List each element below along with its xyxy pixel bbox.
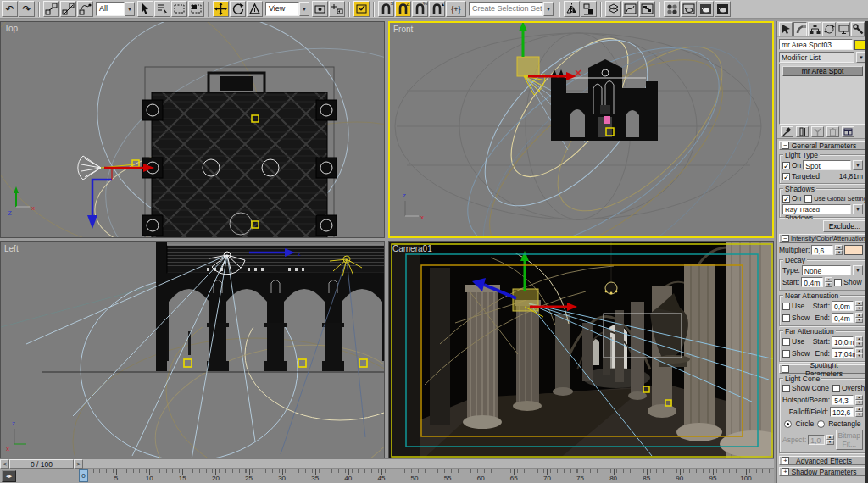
layer-manager-button[interactable] [605,1,621,17]
rollout-shadow-parameters[interactable]: + Shadow Parameters [779,467,866,476]
object-name-field[interactable]: mr Area Spot03 [779,39,853,50]
far-end-field[interactable]: 17,04m [832,348,854,358]
decay-type-dropdown[interactable]: None [802,265,851,275]
next-frame-button[interactable]: > [74,459,83,469]
mini-curve-editor-button[interactable]: ◂▸ [2,470,16,482]
select-and-move-button[interactable] [213,1,229,17]
tab-modify[interactable] [793,22,807,36]
pin-stack-button[interactable] [781,126,793,137]
snap-toggle-button[interactable]: 3 [378,1,394,17]
rendered-frame-button[interactable] [698,1,714,17]
select-and-rotate-button[interactable] [230,1,246,17]
modifier-stack[interactable]: mr Area Spot [779,64,866,125]
modifier-list-dropdown[interactable]: Modifier List [779,52,854,63]
viewport-left[interactable]: Left [0,242,385,458]
spinner[interactable] [855,395,863,405]
bitmap-fit-button[interactable]: Bitmap Fit... [836,430,863,450]
spinner[interactable] [855,336,863,347]
rollout-advanced-effects[interactable]: + Advanced Effects [779,456,866,465]
overshoot-checkbox[interactable] [832,385,840,392]
spinner[interactable] [855,313,863,323]
spinner[interactable] [855,348,863,358]
current-frame-marker[interactable]: 0 [79,469,88,482]
viewport-front[interactable]: Front [388,21,774,238]
edit-named-selections-button[interactable]: {+} [446,1,466,17]
shadow-type-dropdown[interactable]: Ray Traced Shadows [782,204,851,214]
time-slider-grip[interactable]: 0 / 100 [9,459,74,469]
unlink-button[interactable] [60,1,76,17]
select-object-button[interactable] [137,1,153,17]
tab-motion[interactable] [822,22,836,36]
time-slider-track[interactable] [83,459,774,469]
light-color-swatch[interactable] [844,245,863,255]
material-editor-button[interactable] [664,1,680,17]
chevron-down-icon[interactable]: ▼ [853,160,863,170]
near-use-checkbox[interactable] [782,303,790,310]
far-start-field[interactable]: 10,0m [832,336,854,347]
rollout-spotlight-parameters[interactable]: − Spotlight Parameters [779,364,866,374]
quick-render-button[interactable] [715,1,731,17]
chevron-down-icon[interactable]: ▼ [853,265,863,275]
rollout-intensity[interactable]: − Intensity/Color/Attenuation [779,234,866,243]
far-use-checkbox[interactable] [782,338,790,346]
angle-snap-button[interactable]: ∠ [395,1,411,17]
schematic-view-button[interactable] [639,1,655,17]
undo-button[interactable]: ↶ [2,1,18,17]
spinner[interactable] [855,301,863,311]
decay-show-checkbox[interactable] [834,279,842,286]
rollout-general-parameters[interactable]: − General Parameters [779,141,866,150]
bind-to-spacewarp-button[interactable] [77,1,93,17]
tab-create[interactable] [779,22,793,36]
show-cone-checkbox[interactable] [782,385,790,392]
light-on-checkbox[interactable]: ✓ [782,162,790,169]
decay-start-field[interactable]: 0,4m [801,277,823,287]
remove-modifier-button[interactable] [826,126,839,137]
object-color-swatch[interactable] [854,40,866,50]
chevron-down-icon[interactable]: ▼ [543,2,554,16]
mirror-button[interactable] [564,1,580,17]
tab-utilities[interactable] [851,22,865,36]
chevron-down-icon[interactable]: ▼ [299,2,309,16]
near-show-checkbox[interactable] [782,314,790,322]
use-pivot-center-button[interactable] [312,1,328,17]
spinner[interactable] [855,407,863,417]
shadows-on-checkbox[interactable]: ✓ [782,195,790,203]
show-end-result-button[interactable] [796,126,809,137]
spinner[interactable] [835,245,843,255]
curve-editor-button[interactable] [622,1,638,17]
targeted-checkbox[interactable]: ✓ [782,173,790,180]
rectangle-radio[interactable] [817,420,825,428]
circle-radio[interactable] [784,420,792,428]
align-button[interactable] [581,1,597,17]
rect-selection-region-button[interactable] [171,1,187,17]
select-and-link-button[interactable] [43,1,59,17]
use-global-checkbox[interactable] [804,195,812,203]
selection-filter-dropdown[interactable]: All ▼ [96,2,135,16]
aspect-field[interactable]: 1,0 [808,435,824,445]
select-by-name-button[interactable] [154,1,170,17]
exclude-button[interactable]: Exclude... [823,220,866,232]
reference-coordinate-dropdown[interactable]: View ▼ [265,2,309,16]
named-selection-set-dropdown[interactable]: Create Selection Set ▼ [469,2,554,16]
tab-hierarchy[interactable] [808,22,821,36]
window-crossing-button[interactable] [188,1,204,17]
spinner-snap-button[interactable]: ▴ [429,1,445,17]
falloff-field[interactable]: 102,6 [830,407,854,417]
spinner[interactable] [825,277,832,287]
make-unique-button[interactable] [811,126,824,137]
near-end-field[interactable]: 0,4m [832,313,854,323]
previous-frame-button[interactable]: < [0,459,9,469]
multiplier-field[interactable]: 0,6 [811,245,833,255]
keyboard-override-button[interactable] [353,1,370,17]
near-start-field[interactable]: 0,0m [832,301,854,311]
chevron-down-icon[interactable]: ▼ [853,204,863,214]
chevron-down-icon[interactable]: ▼ [125,2,135,16]
viewport-camera[interactable]: Camera01 [388,242,774,458]
light-type-dropdown[interactable]: Spot [803,160,851,170]
far-show-checkbox[interactable] [782,350,790,358]
select-and-scale-button[interactable] [247,1,263,17]
redo-button[interactable]: ↷ [19,1,35,17]
modifier-stack-item[interactable]: mr Area Spot [782,66,863,76]
configure-modifier-sets-button[interactable] [842,126,854,137]
tab-display[interactable] [837,22,850,36]
